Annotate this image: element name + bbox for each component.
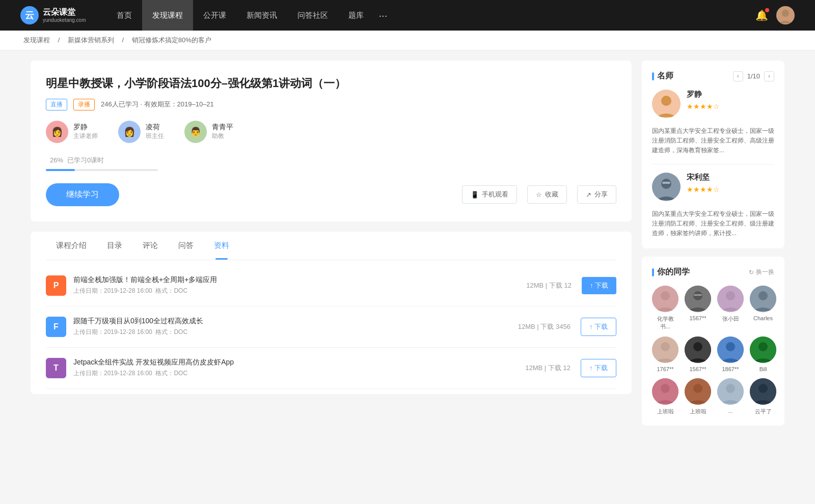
resource-item-0: P 前端全栈加强版！前端全栈+全周期+多端应用 上传日期：2019-12-28 … <box>46 265 616 306</box>
nav-item-more[interactable]: ··· <box>374 0 393 31</box>
refresh-button[interactable]: ↻ 换一换 <box>749 268 774 276</box>
nav-items: 首页 发现课程 公开课 新闻资讯 问答社区 题库 ··· <box>106 0 755 31</box>
star-icon: ☆ <box>536 191 542 199</box>
resource-item-2: T Jetpack全组件实战 开发短视频应用高仿皮皮虾App 上传日期：2019… <box>46 348 616 389</box>
resource-icon-1: F <box>46 317 66 337</box>
resources-list: P 前端全栈加强版！前端全栈+全周期+多端应用 上传日期：2019-12-28 … <box>46 260 616 394</box>
left-panel: 明星中教授课，小学阶段语法100分–强化级第1讲动词（一） 直播 录播 246人… <box>31 61 632 434</box>
svg-point-1 <box>782 10 789 17</box>
tab-resources[interactable]: 资料 <box>204 232 239 260</box>
nav-item-quiz[interactable]: 题库 <box>338 0 374 31</box>
progress-section: 26%已学习0课时 <box>46 155 616 171</box>
svg-point-27 <box>693 384 702 393</box>
main-container: 明星中教授课，小学阶段语法100分–强化级第1讲动词（一） 直播 录播 246人… <box>10 50 805 444</box>
classmate-name-11: 云平了 <box>755 408 772 415</box>
resource-item-1: F 跟随千万级项目从0到100全过程高效成长 上传日期：2019-12-28 1… <box>46 306 616 348</box>
classmate-name-10: ... <box>728 408 732 414</box>
resource-info-2: Jetpack全组件实战 开发短视频应用高仿皮皮虾App 上传日期：2019-1… <box>73 358 525 378</box>
teacher-profile-name-1: 宋利坚 <box>687 173 720 182</box>
teachers-panel-header: 名师 ‹ 1/10 › <box>652 71 774 81</box>
right-panel: 名师 ‹ 1/10 › 罗静 ★★★★☆ <box>642 61 784 434</box>
classmate-3[interactable]: Charles <box>750 286 776 330</box>
classmate-2[interactable]: 张小田 <box>717 286 744 330</box>
tab-catalog[interactable]: 目录 <box>97 232 132 260</box>
classmates-panel-title: 你的同学 <box>652 267 690 277</box>
prev-page-btn[interactable]: ‹ <box>733 71 743 81</box>
teacher-role-1: 班主任 <box>146 132 164 141</box>
svg-point-3 <box>661 96 671 106</box>
teacher-name-1: 凌荷 <box>146 123 164 132</box>
tab-comments[interactable]: 评论 <box>132 232 168 260</box>
nav-item-home[interactable]: 首页 <box>106 0 142 31</box>
classmate-8[interactable]: 上班啦 <box>652 378 678 415</box>
badge-live: 直播 <box>46 99 67 110</box>
teacher-profile-img-0 <box>652 90 681 118</box>
teacher-linghe: 👩 凌荷 班主任 <box>118 121 164 143</box>
logo[interactable]: 云 云朵课堂 yunduoketang.com <box>20 6 86 24</box>
classmate-11[interactable]: 云平了 <box>750 378 776 415</box>
favorite-button[interactable]: ☆ 收藏 <box>527 185 567 204</box>
breadcrumb-series[interactable]: 新媒体营销系列 <box>68 36 114 44</box>
classmate-5[interactable]: 1567** <box>685 337 711 372</box>
teacher-profile-name-0: 罗静 <box>687 90 720 99</box>
teacher-profile-avatar-1 <box>652 173 681 201</box>
course-meta: 直播 录播 246人已学习 · 有效期至：2019–10–21 <box>46 99 616 110</box>
teacher-info-2: 青青平 助教 <box>212 123 233 141</box>
teacher-name-2: 青青平 <box>212 123 233 132</box>
resource-name-1: 跟随千万级项目从0到100全过程高效成长 <box>73 317 518 326</box>
svg-point-23 <box>758 342 768 351</box>
teacher-stars-0: ★★★★☆ <box>687 102 720 110</box>
action-buttons: 📱 手机观看 ☆ 收藏 ↗ 分享 <box>462 185 616 204</box>
share-button[interactable]: ↗ 分享 <box>577 185 616 204</box>
classmate-9[interactable]: 上班啦 <box>685 378 711 415</box>
breadcrumb-discover[interactable]: 发现课程 <box>23 36 50 44</box>
classmate-avatar-6 <box>717 337 744 363</box>
resource-icon-2: T <box>46 358 66 378</box>
user-avatar[interactable] <box>776 6 795 24</box>
download-button-2[interactable]: ↑ 下载 <box>581 359 616 377</box>
teacher-avatar-0: 👩 <box>46 121 68 143</box>
classmate-4[interactable]: 1767** <box>652 337 678 372</box>
classmate-name-2: 张小田 <box>722 315 739 323</box>
teacher-info-0: 罗静 主讲老师 <box>73 123 98 141</box>
teacher-qingqingping: 👨 青青平 助教 <box>184 121 233 143</box>
classmate-name-5: 1567** <box>689 366 706 372</box>
logo-text: 云朵课堂 yunduoketang.com <box>43 7 86 23</box>
course-stats: 246人已学习 · 有效期至：2019–10–21 <box>101 100 214 109</box>
classmate-7[interactable]: Bill <box>750 337 776 372</box>
nav-item-public[interactable]: 公开课 <box>193 0 236 31</box>
continue-button[interactable]: 继续学习 <box>46 183 119 206</box>
classmate-name-7: Bill <box>759 366 767 372</box>
tab-qa[interactable]: 问答 <box>168 232 204 260</box>
classmate-avatar-10 <box>717 378 744 405</box>
breadcrumb-sep2: / <box>122 36 125 44</box>
teachers-panel: 名师 ‹ 1/10 › 罗静 ★★★★☆ <box>642 61 784 248</box>
tab-intro[interactable]: 课程介绍 <box>46 232 97 260</box>
svg-point-17 <box>661 342 670 351</box>
next-page-btn[interactable]: › <box>764 71 774 81</box>
classmate-1[interactable]: 1567** <box>685 286 711 330</box>
nav-item-news[interactable]: 新闻资讯 <box>236 0 287 31</box>
mobile-watch-button[interactable]: 📱 手机观看 <box>462 185 517 204</box>
download-button-0[interactable]: ↑ 下载 <box>582 277 616 294</box>
classmate-6[interactable]: 1867** <box>717 337 744 372</box>
classmate-name-1: 1567** <box>689 315 706 321</box>
nav-item-discover[interactable]: 发现课程 <box>142 0 193 31</box>
breadcrumb-current: 销冠修炼术搞定80%的客户 <box>132 36 211 44</box>
download-button-1[interactable]: ↑ 下载 <box>581 318 616 336</box>
classmate-0[interactable]: 化学教书... <box>652 286 678 330</box>
progress-bar-fill <box>46 169 75 171</box>
classmate-10[interactable]: ... <box>717 378 744 415</box>
teachers-panel-title: 名师 <box>652 71 673 81</box>
nav-item-qa[interactable]: 问答社区 <box>287 0 338 31</box>
teachers-list: 👩 罗静 主讲老师 👩 凌荷 班主任 👨 青青平 <box>46 121 616 143</box>
nav-right: 🔔 <box>755 6 795 24</box>
svg-point-21 <box>726 342 735 351</box>
notification-bell[interactable]: 🔔 <box>755 9 768 21</box>
tabs-section: 课程介绍 目录 评论 问答 资料 P 前端全栈加强版！前端全栈+全周期+多端应用… <box>31 232 632 394</box>
avatar-icon <box>776 6 795 24</box>
resource-stats-1: 12MB | 下载 3456 <box>518 322 570 331</box>
resource-info-1: 跟随千万级项目从0到100全过程高效成长 上传日期：2019-12-28 16:… <box>73 317 518 337</box>
svg-point-15 <box>758 291 768 300</box>
tabs: 课程介绍 目录 评论 问答 资料 <box>46 232 616 260</box>
